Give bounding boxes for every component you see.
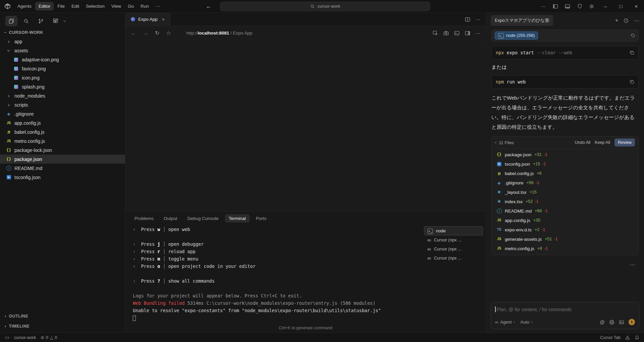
- maximize-button[interactable]: □: [613, 0, 629, 12]
- changed-file-row[interactable]: metro.config.js +8 -1: [492, 244, 638, 253]
- changed-file-row[interactable]: tsconfig.json +15 -1: [492, 159, 638, 169]
- copy-code-icon[interactable]: [630, 50, 634, 55]
- tree-item[interactable]: package.json: [0, 155, 125, 164]
- tree-item[interactable]: metro.config.js: [0, 136, 125, 146]
- menu-item[interactable]: Agents: [14, 2, 35, 10]
- chat-input-box[interactable]: Plan, @ for context, / for commands ∞ Ag…: [491, 302, 639, 329]
- changed-file-row[interactable]: babel.config.js +6: [492, 169, 638, 178]
- terminal-session[interactable]: Cursor (npx ...: [424, 244, 483, 253]
- inspect-element-icon[interactable]: [433, 31, 438, 36]
- screenshot-icon[interactable]: [443, 31, 449, 36]
- tree-item[interactable]: icon.png: [0, 73, 125, 82]
- sidebar-section-header[interactable]: › OUTLINE: [0, 311, 125, 321]
- browser-forward-icon[interactable]: →: [143, 30, 148, 36]
- terminal-session[interactable]: node: [424, 226, 483, 235]
- menu-item[interactable]: Edit: [68, 2, 82, 10]
- toggle-panel-icon[interactable]: [561, 0, 574, 12]
- panel-tab[interactable]: Output: [160, 214, 181, 223]
- notifications-bell-icon[interactable]: [635, 335, 639, 340]
- new-chat-button[interactable]: +: [615, 17, 618, 23]
- changed-file-row[interactable]: package.json +31 -1: [492, 150, 638, 159]
- review-button[interactable]: Review: [614, 138, 635, 147]
- tree-item[interactable]: scripts: [0, 100, 125, 109]
- browser-back-icon[interactable]: ←: [131, 30, 136, 36]
- tree-item[interactable]: README.md: [0, 164, 125, 173]
- tree-item[interactable]: splash.png: [0, 82, 125, 91]
- panel-tab[interactable]: Terminal: [225, 214, 250, 223]
- statusbar-project-name[interactable]: cursor-work: [14, 335, 36, 340]
- copy-code-icon[interactable]: [630, 79, 634, 84]
- source-control-icon[interactable]: [35, 16, 47, 26]
- agent-mode-selector[interactable]: ∞ Agent ›: [495, 320, 515, 325]
- extensions-icon[interactable]: [50, 16, 62, 26]
- browser-refresh-icon[interactable]: ↻: [155, 30, 159, 36]
- changed-file-row[interactable]: index.tsx +52 -1: [492, 197, 638, 206]
- context-chip[interactable]: node (255-256): [495, 32, 538, 40]
- chat-history-icon[interactable]: [624, 18, 629, 23]
- menu-item[interactable]: File: [54, 2, 68, 10]
- changed-file-row[interactable]: app.config.js +35: [492, 216, 638, 225]
- browser-more-icon[interactable]: ⋯: [476, 31, 480, 36]
- tree-item[interactable]: assets: [0, 46, 125, 55]
- split-editor-icon[interactable]: [465, 17, 470, 22]
- open-to-side-icon[interactable]: [465, 31, 470, 36]
- chat-thread-title[interactable]: Expoスマホアプリのひな形: [491, 15, 553, 26]
- command-center-search[interactable]: cursor-work: [220, 2, 430, 11]
- terminal-output[interactable]: › Press w │ open web › Press j │ open de…: [133, 226, 424, 323]
- attach-image-icon[interactable]: [619, 320, 624, 325]
- chat-more-icon[interactable]: ⋯: [634, 17, 639, 24]
- remote-indicator-icon[interactable]: [5, 335, 9, 340]
- close-window-button[interactable]: ×: [629, 0, 644, 12]
- menu-item[interactable]: Selection: [83, 2, 108, 10]
- explorer-icon[interactable]: [5, 16, 17, 26]
- mention-context-button[interactable]: @: [600, 319, 605, 325]
- tree-item[interactable]: tsconfig.json: [0, 173, 125, 182]
- activity-overflow-chevron-icon[interactable]: ›: [64, 18, 72, 24]
- shield-icon[interactable]: [574, 0, 586, 12]
- editor-more-actions-icon[interactable]: ⋯: [476, 17, 480, 22]
- restore-checkpoint-icon[interactable]: [630, 33, 635, 38]
- tree-item[interactable]: app.config.js: [0, 118, 125, 127]
- menu-item[interactable]: Go: [125, 2, 137, 10]
- terminal-session[interactable]: Cursor (npx ...: [424, 235, 483, 244]
- more-actions-button[interactable]: ⋯: [537, 0, 549, 12]
- tree-item[interactable]: .gitignore: [0, 109, 125, 118]
- chevron-down-icon[interactable]: ›: [493, 142, 498, 143]
- panel-tab[interactable]: Debug Console: [184, 214, 222, 223]
- menu-item[interactable]: Editor: [35, 2, 54, 10]
- terminal-session[interactable]: Cursor (npx ...: [424, 253, 483, 263]
- panel-tab[interactable]: Ports: [252, 214, 270, 223]
- browser-favorite-icon[interactable]: ☆: [166, 30, 171, 36]
- changed-file-row[interactable]: expo-env.d.ts +2 -1: [492, 225, 638, 234]
- explorer-project-header[interactable]: › CURSOR-WORK: [0, 30, 125, 37]
- back-button[interactable]: ←: [206, 3, 211, 9]
- menu-item[interactable]: Run: [138, 2, 152, 10]
- changed-file-row[interactable]: _layout.tsx +15: [492, 187, 638, 197]
- settings-gear-icon[interactable]: [586, 0, 598, 12]
- open-devtools-icon[interactable]: [454, 31, 460, 36]
- minimize-button[interactable]: –: [598, 0, 613, 12]
- changed-file-row[interactable]: generate-assets.js +51 -1: [492, 234, 638, 244]
- toggle-sidebar-icon[interactable]: [549, 0, 561, 12]
- browser-url[interactable]: http://localhost:8081 / Expo App: [186, 31, 253, 36]
- sidebar-section-header[interactable]: › TIMELINE: [0, 321, 125, 331]
- browser-viewport[interactable]: [125, 40, 486, 211]
- problems-indicator[interactable]: ⊘ 0 △ 0: [41, 335, 57, 340]
- editor-tab-expo-app[interactable]: Expo App ×: [125, 13, 170, 26]
- tree-item[interactable]: babel.config.js: [0, 127, 125, 136]
- changed-file-row[interactable]: README.md +68 -1: [492, 206, 638, 216]
- search-panel-icon[interactable]: [20, 16, 32, 26]
- web-search-icon[interactable]: [609, 320, 614, 325]
- tree-item[interactable]: package-lock.json: [0, 146, 125, 155]
- tree-item[interactable]: node_modules: [0, 91, 125, 100]
- changed-file-row[interactable]: .gitignore +56 -1: [492, 178, 638, 187]
- tab-close-icon[interactable]: ×: [162, 17, 165, 22]
- cursor-tab-toggle[interactable]: Cursor Tab: [600, 335, 621, 340]
- undo-all-button[interactable]: Undo All: [575, 140, 591, 145]
- statusbar-warning-icon[interactable]: [625, 335, 630, 340]
- tree-item[interactable]: favicon.png: [0, 64, 125, 73]
- more-icon[interactable]: ⋯: [630, 262, 635, 268]
- model-selector[interactable]: Auto ›: [520, 320, 533, 325]
- menu-overflow-button[interactable]: ⋯: [152, 3, 164, 9]
- tree-item[interactable]: adaptive-icon.png: [0, 55, 125, 64]
